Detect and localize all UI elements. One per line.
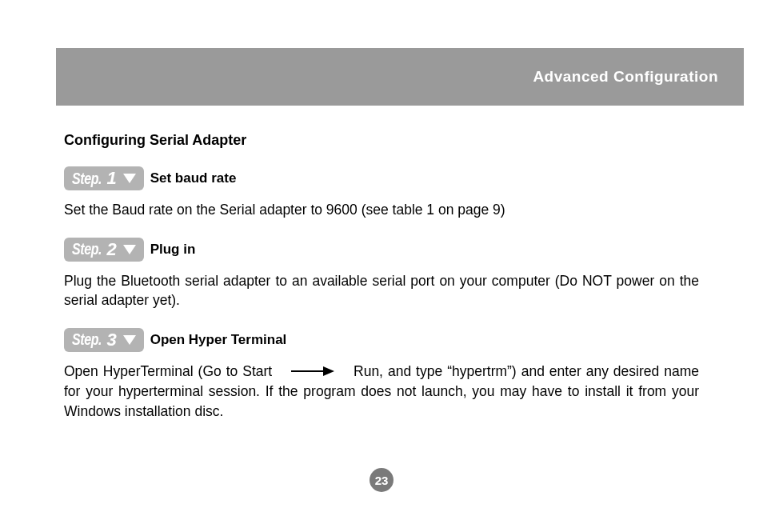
step-number: 3 (106, 330, 116, 350)
step-1-body: Set the Baud rate on the Serial adapter … (64, 200, 699, 220)
step-badge: Step. 2 (64, 238, 144, 262)
section-title: Configuring Serial Adapter (64, 132, 699, 149)
step-badge: Step. 1 (64, 166, 144, 190)
step-3-body: Open HyperTerminal (Go to Start Run, and… (64, 362, 699, 422)
step-label: Step. (72, 240, 102, 258)
chevron-down-icon (123, 335, 136, 345)
step-title: Set baud rate (150, 170, 237, 186)
step-badge: Step. 3 (64, 328, 144, 352)
step-title: Open Hyper Terminal (150, 332, 287, 348)
step-1-row: Step. 1 Set baud rate (64, 166, 699, 190)
step-label: Step. (72, 170, 102, 188)
step-number: 2 (106, 239, 116, 260)
content: Configuring Serial Adapter Step. 1 Set b… (64, 132, 699, 438)
page-number: 23 (370, 468, 393, 492)
step-3-body-pre: Open HyperTerminal (Go to Start (64, 363, 272, 379)
chevron-down-icon (123, 174, 136, 183)
header-bar: Advanced Configuration (56, 48, 744, 106)
header-title: Advanced Configuration (533, 68, 718, 86)
step-3-row: Step. 3 Open Hyper Terminal (64, 328, 699, 352)
step-2-row: Step. 2 Plug in (64, 238, 699, 262)
step-label: Step. (72, 330, 102, 349)
step-2-body: Plug the Bluetooth serial adapter to an … (64, 271, 699, 310)
step-title: Plug in (150, 242, 196, 258)
step-number: 1 (106, 168, 116, 189)
arrow-right-icon (291, 361, 334, 381)
chevron-down-icon (123, 245, 136, 254)
